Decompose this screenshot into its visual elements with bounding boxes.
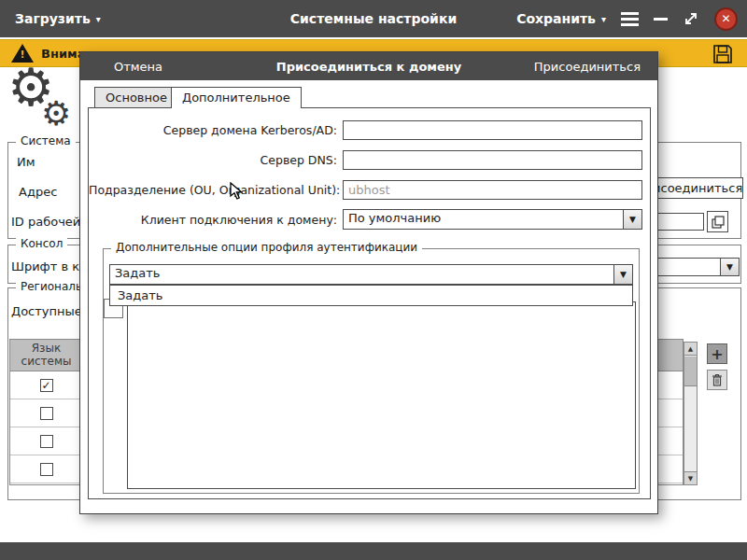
system-fieldset-legend: Система bbox=[16, 134, 76, 147]
screen: ⚙ ⚙ Система Им Адрес ID рабочей рисоедин… bbox=[0, 0, 747, 560]
menu-icon[interactable] bbox=[621, 9, 639, 29]
chevron-down-icon[interactable]: ▼ bbox=[623, 210, 641, 229]
fullscreen-icon[interactable] bbox=[683, 10, 699, 27]
warning-icon: ! bbox=[11, 44, 34, 63]
minimize-icon[interactable] bbox=[654, 18, 668, 21]
language-checkbox[interactable] bbox=[40, 435, 53, 448]
auth-options-legend: Дополнительные опции профиля аутентифика… bbox=[111, 241, 422, 254]
cancel-button[interactable]: Отмена bbox=[114, 60, 162, 74]
copy-button[interactable] bbox=[707, 211, 728, 232]
dialog-header: Отмена Присоединиться к домену Присоедин… bbox=[80, 52, 657, 80]
chevron-down-icon: ▾ bbox=[601, 14, 606, 24]
auth-options-select[interactable]: Задать ▼ bbox=[109, 264, 633, 285]
kerberos-server-label: Сервер домена Kerberos/AD: bbox=[89, 123, 343, 137]
language-checkbox[interactable] bbox=[40, 463, 53, 476]
domain-client-value: По умолчанию bbox=[344, 210, 623, 229]
dns-server-label: Сервер DNS: bbox=[89, 153, 343, 167]
address-label: Адрес bbox=[19, 185, 57, 199]
plus-icon: + bbox=[711, 345, 723, 363]
console-font-select[interactable]: ▼ bbox=[652, 258, 740, 276]
computer-name-label: Им bbox=[17, 155, 35, 169]
save-menu-label: Сохранить bbox=[516, 11, 596, 26]
top-toolbar: Загрузить ▾ Системные настройки Сохранит… bbox=[0, 0, 747, 37]
remove-language-button[interactable] bbox=[707, 370, 727, 390]
auth-options-fieldset: Дополнительные опции профиля аутентифика… bbox=[103, 248, 640, 494]
scrollbar-thumb[interactable] bbox=[684, 357, 697, 386]
scroll-up-icon[interactable]: ▲ bbox=[684, 343, 697, 356]
ou-input[interactable] bbox=[343, 180, 642, 200]
ou-label: Подразделение (OU, Organizational Unit): bbox=[89, 183, 343, 197]
settings-gears-icon-small: ⚙ bbox=[41, 97, 71, 131]
floppy-disk-icon bbox=[712, 43, 734, 65]
language-checkbox[interactable] bbox=[40, 407, 53, 420]
scroll-down-icon[interactable]: ▼ bbox=[684, 471, 697, 484]
tab-panel: Сервер домена Kerberos/AD: Сервер DNS: П… bbox=[88, 107, 651, 499]
tab-main[interactable]: Основное bbox=[94, 87, 178, 108]
dns-server-input[interactable] bbox=[343, 150, 642, 170]
close-button[interactable]: ✕ bbox=[714, 7, 738, 31]
join-button[interactable]: Присоединиться bbox=[534, 60, 641, 74]
trash-icon bbox=[712, 373, 723, 386]
kerberos-server-input[interactable] bbox=[343, 120, 642, 140]
domain-client-label: Клиент подключения к домену: bbox=[89, 213, 343, 227]
tab-additional[interactable]: Дополнительное bbox=[171, 87, 302, 108]
chevron-down-icon[interactable]: ▼ bbox=[613, 265, 632, 284]
auth-options-value: Задать bbox=[110, 265, 613, 284]
join-domain-button-background[interactable]: рисоединиться bbox=[644, 177, 743, 199]
workstation-id-label: ID рабочей bbox=[11, 215, 80, 229]
chevron-down-icon[interactable]: ▼ bbox=[720, 259, 739, 275]
join-domain-button-label: рисоединиться bbox=[645, 181, 742, 195]
auth-options-listbox[interactable] bbox=[127, 301, 636, 489]
domain-client-select[interactable]: По умолчанию ▼ bbox=[343, 209, 642, 230]
save-menu-button[interactable]: Сохранить ▾ bbox=[516, 11, 606, 26]
save-disk-button[interactable] bbox=[712, 43, 734, 65]
bottom-statusbar bbox=[0, 542, 747, 560]
close-icon: ✕ bbox=[721, 12, 730, 25]
console-fieldset-legend: Консол bbox=[16, 237, 67, 250]
auth-options-dropdown: Задать bbox=[109, 285, 633, 306]
mouse-cursor-icon bbox=[230, 182, 245, 201]
language-list-scrollbar[interactable]: ▲ ▼ bbox=[684, 342, 698, 485]
window-controls: Сохранить ▾ ✕ bbox=[516, 0, 738, 37]
language-checkbox[interactable]: ✓ bbox=[40, 379, 53, 392]
dropdown-item[interactable]: Задать bbox=[110, 286, 632, 305]
join-domain-dialog: Отмена Присоединиться к домену Присоедин… bbox=[79, 51, 658, 514]
console-font-label: Шрифт в ко bbox=[11, 259, 87, 273]
console-font-value bbox=[653, 259, 720, 275]
language-column-header: Язык системы bbox=[10, 340, 83, 371]
add-language-button[interactable]: + bbox=[707, 343, 727, 364]
copy-icon bbox=[712, 216, 725, 229]
